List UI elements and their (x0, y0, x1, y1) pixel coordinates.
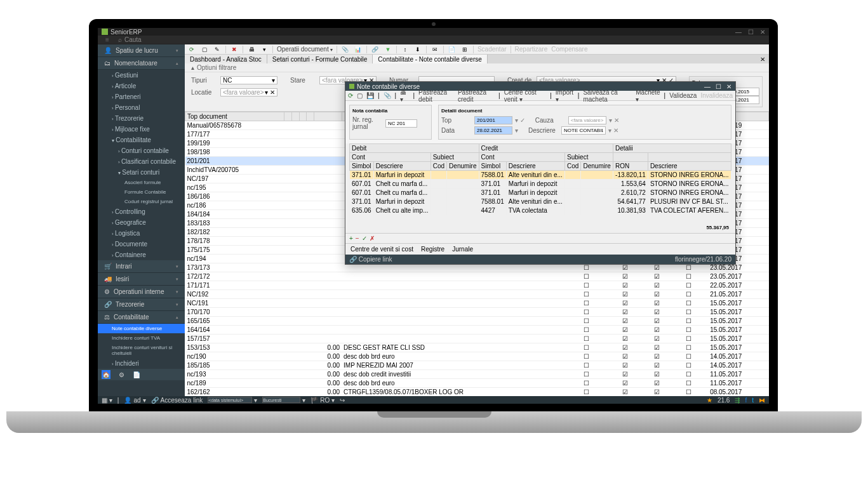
sidebar-item-controlling[interactable]: › Controlling (98, 206, 185, 217)
status-exit-icon[interactable]: ↪ (340, 397, 345, 404)
sidebar-item-conturi[interactable]: › Conturi contabile (98, 145, 185, 156)
modal-new-icon[interactable]: ▢ (357, 92, 363, 99)
locatie-dropdown[interactable]: <fara valoare>▾ ✕ (220, 88, 277, 96)
footer-tab-registre[interactable]: Registre (421, 246, 444, 253)
modal-save-icon[interactable]: 💾 (366, 92, 374, 99)
sidebar-item-clasificari[interactable]: › Clasificari contabile (98, 156, 185, 167)
sort-up-icon[interactable]: ↕ (401, 45, 410, 54)
filter-header[interactable]: ▴ Optiuni filtrare (185, 63, 769, 72)
add-row-icon[interactable]: + (349, 235, 353, 242)
table-row[interactable]: 153/1530.00DESC GEST RATE CLI SSD☐☑☑☐15.… (185, 343, 769, 352)
modal-row-empty[interactable] (350, 215, 731, 222)
status-lang[interactable]: 🏴 RO ▾ (310, 397, 335, 404)
sidebar-item-containere[interactable]: › Containere (98, 249, 185, 260)
tab-contabilitate[interactable]: Contabilitate - Note contabile diverse (373, 55, 487, 63)
sidebar-item-contabilitate[interactable]: ▾ Contabilitate (98, 135, 185, 145)
sidebar-section-trezorerie2[interactable]: 🔗 Trezorerie ▾ (98, 298, 185, 311)
tipuri-dropdown[interactable]: NC▾ (220, 76, 277, 84)
table-row[interactable]: 162/1620.00CTRGFL1359/08.05.07/1BOXER LO… (185, 388, 769, 397)
nr-reg-input[interactable] (385, 119, 417, 128)
scadentar-btn[interactable]: Scadentar (477, 46, 507, 53)
modal-attach-icon[interactable]: 📎 (384, 92, 391, 99)
sidebar-section-operatiuni[interactable]: ⚙ Operatiuni interne ▾ (98, 286, 185, 298)
grid-icon[interactable]: ⊞ (460, 45, 469, 54)
table-row[interactable]: 172/172☐☑☑☐23.05.2017 (185, 272, 769, 281)
descriere-input[interactable] (561, 126, 606, 135)
pastreaza-debit-btn[interactable]: Pastreaza debit (418, 89, 454, 103)
table-row[interactable]: 185/1850.00IMP NEREZID MAI 2007☐☑☑☐14.05… (185, 361, 769, 370)
print-icon[interactable]: 🖶 (247, 45, 256, 54)
link-icon[interactable]: 🔗 (371, 45, 380, 54)
sidebar-item-inchidere-tva[interactable]: Inchidere conturi TVA (98, 333, 185, 343)
modal-row[interactable]: 607.01Chelt cu marfa d...371.01Marfuri i… (350, 189, 731, 197)
mail-icon[interactable]: ✉ (431, 45, 439, 54)
delete-icon[interactable]: ✖ (230, 45, 239, 54)
table-row[interactable]: NC/191☐☑☑☐15.05.2017 (185, 299, 769, 308)
table-row[interactable]: nc/1890.00desc dob brd euro☐☑☑☐11.05.201… (185, 379, 769, 388)
attach-icon[interactable]: 📎 (341, 45, 350, 54)
status-menu-icon[interactable]: ▦ ▾ (102, 397, 112, 404)
remove-row-icon[interactable]: − (356, 235, 359, 242)
sidebar-item-coduri[interactable]: Coduri registrul jurnal (98, 197, 185, 206)
modal-row[interactable]: 371.01Marfuri in depozit7588.01Alte veni… (350, 171, 731, 180)
modal-close-icon[interactable]: ✕ (726, 83, 731, 90)
tab-setari[interactable]: Setari conturi - Formule Contabile (267, 55, 373, 63)
sidebar-item-articole[interactable]: › Articole (98, 81, 185, 91)
table-row[interactable]: 164/164☐☑☑☐15.05.2017 (185, 326, 769, 335)
doc-icon[interactable]: 📄 (448, 45, 457, 54)
invalideaza-btn[interactable]: Invalideaza (700, 92, 733, 99)
modal-maximize-icon[interactable]: ☐ (716, 83, 721, 90)
modal-row[interactable]: 635.06Chelt cu alte imp...4427TVA colect… (350, 206, 731, 215)
sidebar-item-setari[interactable]: ▾ Setari conturi (98, 167, 185, 178)
sidebar-section-intrari[interactable]: 🛒 Intrari ▾ (98, 260, 185, 273)
status-star-icon[interactable]: ★ (707, 397, 712, 404)
sidebar-section-contabilitate2[interactable]: ⚖ Contabilitate ▴ (98, 311, 185, 324)
filter-icon[interactable]: ▼ (384, 45, 392, 54)
sidebar-section-spatiu[interactable]: 👤 Spatiu de lucru ▾ (98, 44, 185, 57)
status-fb-icon[interactable]: f (745, 397, 747, 404)
check-row-icon[interactable]: ✓ (362, 235, 367, 242)
sidebar-section-nomenclatoare[interactable]: 🗂 Nomenclatoare ▴ (98, 57, 185, 70)
refresh-icon[interactable]: ⟳ (187, 45, 196, 54)
edit-icon[interactable]: ✎ (213, 45, 222, 54)
top-input[interactable] (474, 116, 512, 124)
sidebar-item-mijloace[interactable]: › Mijloace fixe (98, 124, 185, 135)
pastreaza-credit-btn[interactable]: Pastreaza credit (458, 89, 495, 103)
sidebar-item-asocieri[interactable]: Asocieri formule (98, 178, 185, 187)
export-icon[interactable]: ⬇ (413, 45, 422, 54)
table-row[interactable]: 171/171☐☑☑☐22.05.2017 (185, 281, 769, 290)
sidebar-item-geografice[interactable]: › Geografice (98, 217, 185, 228)
chart-icon[interactable]: 📊 (354, 45, 363, 54)
sidebar-item-note-contabile[interactable]: Note contabile diverse (98, 324, 185, 333)
import-btn[interactable]: Import ▾ (556, 89, 574, 103)
sidebar-item-formule[interactable]: Formule Contabile (98, 187, 185, 197)
sidebar-item-logistica[interactable]: › Logistica (98, 228, 185, 239)
modal-row[interactable]: 607.01Chelt cu marfa d...371.01Marfuri i… (350, 180, 731, 189)
sidebar-item-trezorerie[interactable]: › Trezorerie (98, 113, 185, 124)
data-input[interactable] (474, 126, 512, 135)
modal-grid[interactable]: DebitCreditDetaliiContSubiectContSubiect… (349, 143, 731, 222)
home-icon[interactable]: 🏠 (102, 370, 110, 379)
sidebar-item-documente[interactable]: › Documente (98, 239, 185, 249)
centre-cost-btn[interactable]: Centre cost venit ▾ (504, 89, 547, 103)
operatii-dropdown[interactable]: Operatii document ▾ (277, 46, 333, 53)
hamburger-icon[interactable]: ≡ (105, 36, 113, 43)
table-row[interactable]: 157/157☐☑☑☐15.05.2017 (185, 335, 769, 343)
cauza-input[interactable] (568, 116, 606, 124)
sidebar-item-gestiuni[interactable]: › Gestiuni (98, 70, 185, 81)
salveaza-btn[interactable]: Salveaza ca macheta (583, 89, 632, 103)
repartizare-btn[interactable]: Repartizare (515, 46, 548, 53)
sidebar-item-inchidere-venituri[interactable]: Inchidere conturi venituri si cheltuieli (98, 343, 185, 358)
copiere-link-btn[interactable]: 🔗 Copiere link (349, 256, 392, 263)
table-row[interactable]: nc/1900.00desc dob brd euro☐☑☑☐14.05.201… (185, 352, 769, 361)
status-data-input[interactable] (208, 397, 252, 403)
report-icon[interactable]: 📄 (132, 370, 141, 379)
table-row[interactable]: nc/1930.00desc dob credit investitii☐☑☑☐… (185, 370, 769, 379)
sidebar-item-inchideri[interactable]: › Inchideri (98, 358, 185, 369)
cancel-row-icon[interactable]: ✗ (370, 235, 375, 242)
minimize-icon[interactable]: — (735, 29, 742, 36)
modal-row[interactable]: 371.01Marfuri in depozit7588.01Alte veni… (350, 197, 731, 206)
status-tw-icon[interactable]: t (752, 397, 754, 404)
modal-minimize-icon[interactable]: — (704, 83, 711, 90)
compensare-btn[interactable]: Compensare (551, 46, 587, 53)
